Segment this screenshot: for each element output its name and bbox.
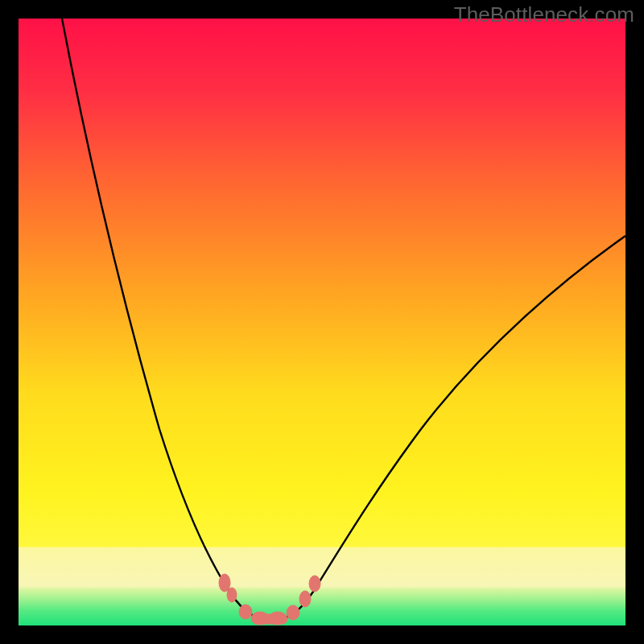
curve-line	[62, 19, 625, 620]
chart-area	[19, 19, 625, 625]
svg-point-6	[287, 605, 299, 620]
svg-rect-9	[252, 614, 287, 624]
svg-point-7	[299, 591, 311, 607]
svg-point-2	[227, 588, 237, 602]
watermark-text: TheBottleneck.com	[454, 2, 634, 27]
svg-point-8	[309, 576, 320, 592]
svg-point-3	[239, 605, 252, 619]
valley-markers	[219, 574, 320, 625]
bottleneck-curve	[19, 19, 625, 625]
